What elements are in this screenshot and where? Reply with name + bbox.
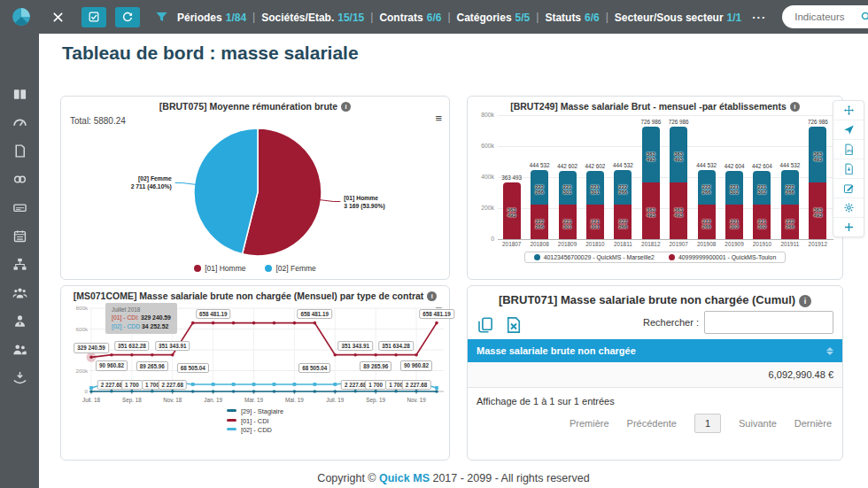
legend-marker [227,428,236,430]
bar-segment: 221 301 [586,171,604,205]
bar-column-201912[interactable]: 363 493363 493726 986 [809,115,826,239]
bar-segment: 221 301 [559,205,577,239]
info-icon[interactable]: i [341,102,351,112]
bar-segment: 222 266 [614,170,632,205]
bar-segment-value: 222 266 [614,219,632,229]
pagination-first[interactable]: Première [570,418,609,429]
refresh-button[interactable] [115,7,140,27]
bar-segment-value: 221 302 [753,219,771,229]
bar-segment-value: 221 302 [725,219,743,229]
sidebar-team-icon[interactable] [0,278,39,306]
toolbar-send-icon[interactable] [833,120,864,140]
bar-x-tick: 201912 [800,241,835,247]
bar-column-201910[interactable]: 221 302221 302442 604 [753,115,771,239]
pagination-prev[interactable]: Précédente [627,418,677,429]
copy-icon[interactable] [477,316,494,334]
pie-panel-title: [BRUT075] Moyenne rémunération brutei [61,97,449,112]
bar-column-201812[interactable]: 363 493363 493726 986 [642,115,660,239]
line-series [91,382,437,388]
footer-brand[interactable]: Quick MS [379,472,430,484]
multi-select-button[interactable] [81,7,106,27]
toolbar-edit-icon[interactable] [833,179,864,198]
filter-item-5[interactable]: Statuts6/6 [545,9,599,25]
bar-segment: 222 266 [614,205,632,239]
tooltip-title: Juillet 2018 [112,306,171,314]
bar-column-201907[interactable]: 363 493363 493726 986 [670,115,687,239]
table-column-header[interactable]: Masse salariale brute non chargée [468,339,842,362]
bar-segment-value: 221 301 [586,219,604,229]
bar-y-tick: 0 [473,236,494,242]
search-input[interactable] [793,11,860,23]
app-logo-icon[interactable] [11,6,32,27]
filter-item-2[interactable]: Sociétés/Etab.15/15 [261,9,364,25]
close-icon[interactable] [51,11,65,24]
filter-count: 6/6 [427,12,442,24]
svg-text:Jan. 19: Jan. 19 [204,397,222,403]
line-legend-item[interactable]: [01] - CDI [227,417,269,427]
app-root: Périodes1/84|Sociétés/Etab.15/15|Contrat… [0,0,868,488]
bar-segment-value: 222 266 [781,184,799,195]
filter-count: 1/1 [727,12,742,24]
search-icon[interactable] [860,11,868,23]
bar-column-201809[interactable]: 221 301221 301442 602 [559,115,577,239]
sidebar-library-icon[interactable] [0,80,39,108]
excel-export-icon[interactable] [505,316,523,334]
pie-legend-item[interactable]: [02] Femme [265,264,315,273]
filter-item-1[interactable]: Périodes1/84 [177,9,246,25]
table-toolbar: Rechercher : [468,307,842,339]
svg-text:Mai. 19: Mai. 19 [285,397,304,403]
svg-text:Nov. 18: Nov. 18 [163,397,182,403]
sidebar-contracts-icon[interactable] [0,165,39,193]
top-navbar: Périodes1/84|Sociétés/Etab.15/15|Contrat… [0,0,868,34]
bar-total-label: 363 493 [494,174,530,181]
sidebar-orgchart-icon[interactable] [0,250,39,278]
filter-item-3[interactable]: Contrats6/6 [379,9,441,25]
filter-item-4[interactable]: Catégories5/5 [457,9,531,25]
info-icon[interactable]: i [799,295,811,307]
bar-segment: 222 266 [781,170,799,205]
sidebar-gauge-icon[interactable] [0,108,39,136]
sidebar-document-icon[interactable] [0,136,39,165]
info-icon[interactable]: i [790,102,800,112]
line-legend-item[interactable]: [29] - Stagiaire [227,407,283,417]
bar-legend-item[interactable]: 40123456700029 - QuickMS - Marseille2 [534,254,655,260]
sidebar-import-icon[interactable] [0,363,39,391]
pagination-page-1[interactable]: 1 [694,414,721,433]
bar-column-201911[interactable]: 222 266222 266444 532 [781,115,799,239]
info-icon[interactable]: i [427,291,437,301]
indicator-search[interactable] [782,5,868,28]
sidebar-employees-icon[interactable] [0,335,39,363]
bar-column-201810[interactable]: 221 301221 301442 602 [586,115,604,239]
page-footer: Copyright © Quick MS 2017 - 2099 - All r… [39,472,868,484]
sidebar-manager-icon[interactable] [0,306,39,335]
sidebar-calendar-icon[interactable] [0,221,39,250]
table-search-input[interactable] [704,311,833,334]
toolbar-add-icon[interactable] [833,218,864,236]
tooltip-row: [01] - CDI: 329 240.59 [112,314,171,322]
filter-item-6[interactable]: Secteur/Sous secteur1/1 [615,9,741,25]
pie-legend-item[interactable]: [01] Homme [194,264,245,273]
bar-segment-value: 221 301 [559,184,577,195]
bar-segment-value: 221 301 [586,184,604,195]
table-pagination: Première Précédente 1 Suivante Dernière [468,408,842,438]
bar-segment: 221 302 [725,171,743,205]
more-filters-button[interactable]: ··· [752,11,766,24]
pagination-next[interactable]: Suivante [739,418,777,429]
sidebar-payroll-card-icon[interactable] [0,193,39,221]
bar-legend-item[interactable]: 40999999900001 - QuickMS-Toulon [669,254,776,260]
bar-column-201908[interactable]: 222 266222 266444 532 [698,115,716,239]
line-legend-item[interactable]: [02] - CDD [227,426,272,436]
toolbar-move-icon[interactable] [833,101,864,120]
bar-y-tick: 400k [473,174,494,180]
filter-icon[interactable] [155,11,168,24]
bar-column-201807[interactable]: 363 493363 493 [503,115,521,239]
toolbar-export-jpg-icon[interactable]: JPG [833,140,864,159]
bar-column-201808[interactable]: 222 266222 266444 532 [531,115,548,239]
bar-column-201909[interactable]: 221 302221 302442 604 [725,115,743,239]
bar-column-201811[interactable]: 222 266222 266444 532 [614,115,632,239]
toolbar-gear-icon[interactable] [833,198,864,218]
toolbar-export-file-icon[interactable] [833,159,864,179]
pagination-last[interactable]: Dernière [794,418,832,429]
filter-separator: | [606,11,608,23]
svg-text:600k: 600k [76,326,89,332]
